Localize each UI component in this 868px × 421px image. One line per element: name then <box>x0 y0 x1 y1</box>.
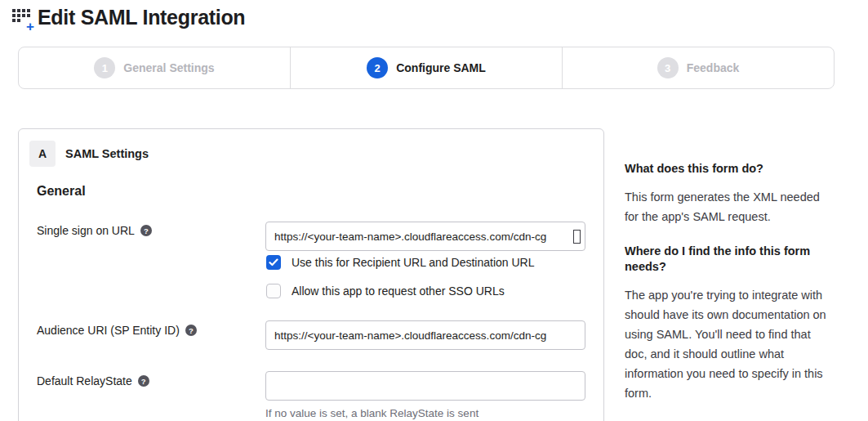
sidebar-paragraph: The app you're trying to integrate with … <box>625 285 832 403</box>
help-icon[interactable]: ? <box>185 325 197 336</box>
step-number-badge: 2 <box>367 57 388 78</box>
other-sso-urls-checkbox-row[interactable]: Allow this app to request other SSO URLs <box>266 284 505 298</box>
audience-uri-label: Audience URI (SP Entity ID) ? <box>37 324 197 337</box>
step-label: General Settings <box>123 61 214 74</box>
sso-url-label-text: Single sign on URL <box>37 224 135 237</box>
app-grid-plus-icon: + <box>11 7 33 29</box>
relay-state-input[interactable] <box>265 371 585 401</box>
sidebar-heading: Where do I find the info this form needs… <box>625 244 832 275</box>
text-cursor <box>573 230 581 244</box>
recipient-url-checkbox-row[interactable]: Use this for Recipient URL and Destinati… <box>266 255 535 270</box>
audience-uri-label-text: Audience URI (SP Entity ID) <box>37 324 180 337</box>
wizard-step-general-settings[interactable]: 1 General Settings <box>19 47 290 88</box>
checkbox-unchecked-icon[interactable] <box>266 284 281 298</box>
step-wizard: 1 General Settings 2 Configure SAML 3 Fe… <box>18 47 835 89</box>
saml-settings-panel: A SAML Settings General Single sign on U… <box>18 128 604 421</box>
check-icon <box>269 258 278 266</box>
help-icon[interactable]: ? <box>140 225 152 236</box>
sso-url-label: Single sign on URL ? <box>37 224 152 237</box>
relay-state-input-wrap <box>265 371 585 401</box>
section-badge: A <box>29 141 56 167</box>
relay-state-helper-text: If no value is set, a blank RelayState i… <box>265 407 479 419</box>
audience-uri-input[interactable] <box>265 320 585 350</box>
help-icon[interactable]: ? <box>138 375 149 387</box>
plus-icon: + <box>26 20 34 34</box>
checkbox-checked-icon[interactable] <box>266 255 281 270</box>
sso-url-input-wrap <box>265 222 585 251</box>
step-label: Feedback <box>687 61 740 74</box>
group-title-general: General <box>37 184 86 199</box>
wizard-step-configure-saml[interactable]: 2 Configure SAML <box>290 47 562 88</box>
audience-uri-input-wrap <box>265 320 585 350</box>
page-title: Edit SAML Integration <box>38 6 245 29</box>
wizard-step-feedback[interactable]: 3 Feedback <box>562 47 834 88</box>
step-number-badge: 1 <box>94 57 115 78</box>
sso-url-input[interactable] <box>265 222 585 251</box>
step-label: Configure SAML <box>396 61 486 74</box>
sidebar-paragraph: This form generates the XML needed for t… <box>625 187 832 226</box>
relay-state-label: Default RelayState ? <box>37 374 149 387</box>
page-header: + Edit SAML Integration <box>11 6 245 29</box>
step-number-badge: 3 <box>657 57 679 78</box>
relay-state-label-text: Default RelayState <box>37 374 132 387</box>
section-title: SAML Settings <box>65 141 149 167</box>
help-sidebar: What does this form do? This form genera… <box>625 161 832 420</box>
checkbox-label: Use this for Recipient URL and Destinati… <box>292 256 535 269</box>
checkbox-label: Allow this app to request other SSO URLs <box>292 284 505 298</box>
sidebar-heading: What does this form do? <box>625 161 832 177</box>
